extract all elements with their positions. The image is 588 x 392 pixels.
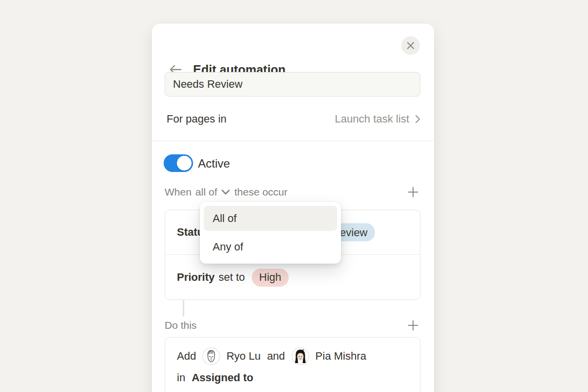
page-background: Edit automation For pages in Launch task… xyxy=(0,0,588,392)
dropdown-item-any-of[interactable]: Any of xyxy=(204,234,337,259)
trigger-header: When all of these occur xyxy=(165,185,420,199)
condition-verb: set to xyxy=(219,271,245,284)
person-name: Pia Mishra xyxy=(316,350,367,363)
ryo-avatar xyxy=(202,347,220,365)
close-button[interactable] xyxy=(401,36,420,55)
chevron-down-icon xyxy=(221,189,230,195)
action-target-property: Assigned to xyxy=(192,371,253,384)
toggle-knob xyxy=(177,156,192,171)
flow-connector-line xyxy=(183,300,184,317)
trigger-operator-control[interactable]: When all of these occur xyxy=(165,186,288,198)
add-trigger-button[interactable] xyxy=(406,185,420,199)
edit-automation-dialog: Edit automation For pages in Launch task… xyxy=(152,24,434,392)
dropdown-item-all-of[interactable]: All of xyxy=(204,206,337,231)
section-divider xyxy=(152,141,434,141)
pia-avatar xyxy=(292,347,309,365)
automation-name-input[interactable] xyxy=(165,72,420,97)
action-conjunction: and xyxy=(267,350,285,363)
action-header: Do this xyxy=(165,318,420,332)
trigger-suffix: these occur xyxy=(234,186,288,198)
add-action-button[interactable] xyxy=(406,318,420,333)
operator-dropdown-menu: All of Any of xyxy=(200,202,341,264)
action-preposition: in xyxy=(177,371,185,384)
plus-icon xyxy=(407,319,419,331)
action-card[interactable]: Add xyxy=(165,337,420,392)
chevron-right-icon xyxy=(415,115,420,123)
scope-row: For pages in Launch task list xyxy=(167,111,420,127)
active-toggle[interactable] xyxy=(164,154,193,172)
priority-value-pill[interactable]: High xyxy=(252,269,289,287)
action-label: Do this xyxy=(165,319,196,331)
scope-label: For pages in xyxy=(167,113,226,125)
action-verb: Add xyxy=(177,350,196,363)
action-line-1: Add xyxy=(177,345,408,367)
scope-value: Launch task list xyxy=(335,113,409,125)
active-toggle-label: Active xyxy=(198,157,230,171)
condition-property: Priority xyxy=(177,271,215,284)
trigger-prefix: When xyxy=(165,186,192,198)
trigger-operator-value: all of xyxy=(196,186,217,198)
action-line-2: in Assigned to xyxy=(177,367,408,389)
scope-selector[interactable]: Launch task list xyxy=(335,113,420,125)
plus-icon xyxy=(407,186,419,198)
close-icon xyxy=(407,42,415,49)
person-name: Ryo Lu xyxy=(226,350,261,363)
